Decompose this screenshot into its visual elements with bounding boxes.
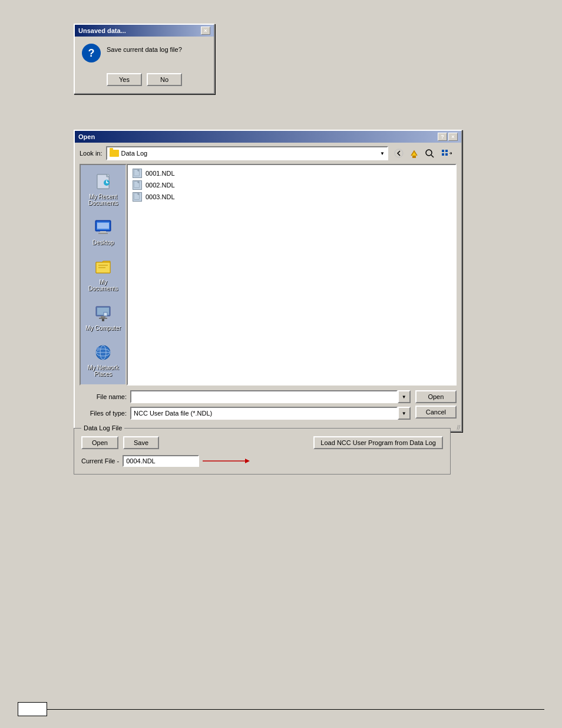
file-name-1: 0001.NDL: [146, 170, 175, 177]
filename-combo-arrow[interactable]: ▼: [398, 390, 411, 403]
sidebar-item-mydocs[interactable]: My Documents: [83, 255, 123, 294]
datalog-panel: Data Log File Open Save Load NCC User Pr…: [74, 424, 451, 475]
unsaved-dialog-buttons: Yes No: [75, 70, 214, 93]
filetype-row: Files of type: NCC User Data file (*.NDL…: [80, 407, 411, 420]
open-dialog: Open ? × Look in: Data Log ▼: [74, 130, 462, 432]
file-name-3: 0003.NDL: [146, 193, 175, 200]
arrow-line: [203, 457, 250, 465]
mycomp-icon: [94, 304, 113, 322]
page-line: [47, 709, 544, 710]
open-toolbar: Look in: Data Log ▼: [75, 143, 461, 164]
filetype-label: Files of type:: [80, 410, 127, 417]
svg-rect-13: [98, 233, 108, 234]
svg-rect-21: [102, 319, 104, 321]
toolbar-buttons: [392, 146, 457, 160]
filename-label: File name:: [80, 393, 127, 400]
open-dialog-help[interactable]: ?: [438, 133, 447, 141]
svg-rect-14: [97, 223, 109, 229]
sidebar-label-mycomp: My Computer: [85, 325, 121, 331]
sidebar-label-recent: My Recent Documents: [85, 193, 121, 206]
file-item-3[interactable]: 0003.NDL: [130, 191, 453, 203]
views-button[interactable]: [438, 146, 457, 160]
look-in-label: Look in:: [80, 150, 103, 157]
panel-load-button[interactable]: Load NCC User Program from Data Log: [313, 436, 443, 449]
recent-icon: [94, 172, 113, 191]
panel-save-button[interactable]: Save: [123, 436, 159, 449]
combo-arrow-icon: ▼: [380, 151, 385, 156]
mydocs-icon: [94, 258, 113, 276]
svg-point-0: [395, 149, 403, 157]
sidebar-item-mycomp[interactable]: My Computer: [83, 301, 123, 334]
open-bottom-area: File name: ▼ Files of type: NCC User Dat…: [75, 386, 461, 424]
svg-rect-4: [442, 150, 444, 152]
unsaved-dialog-close[interactable]: ×: [201, 27, 210, 35]
svg-rect-12: [100, 231, 106, 233]
svg-marker-32: [245, 459, 250, 463]
up-button[interactable]: [407, 146, 421, 160]
panel-legend: Data Log File: [81, 424, 124, 431]
filetype-combo-arrow[interactable]: ▼: [398, 407, 411, 420]
sidebar-item-network[interactable]: My Network Places: [83, 341, 123, 380]
current-label: Current File -: [81, 457, 119, 465]
svg-rect-5: [445, 150, 448, 152]
back-button[interactable]: [392, 146, 406, 160]
filename-input[interactable]: [130, 390, 398, 403]
panel-buttons-row: Open Save Load NCC User Program from Dat…: [81, 436, 443, 449]
desktop-icon: [94, 218, 113, 237]
svg-rect-1: [412, 156, 416, 158]
look-in-combo[interactable]: Data Log ▼: [106, 146, 388, 160]
look-in-value: Data Log: [121, 150, 378, 157]
open-dialog-titlebar: Open ? ×: [75, 131, 461, 143]
folder-icon: [110, 150, 119, 157]
file-list-area: 0001.NDL 0002.NDL 0003.NDL: [127, 164, 457, 386]
unsaved-dialog-title: Unsaved data...: [78, 27, 126, 34]
unsaved-dialog-body: ? Save current data log file?: [75, 37, 214, 70]
svg-rect-7: [445, 153, 448, 156]
sidebar-label-desktop: Desktop: [92, 239, 114, 246]
file-icon-1: [133, 169, 142, 178]
unsaved-dialog-titlebar: Unsaved data... ×: [75, 25, 214, 37]
network-icon: [94, 343, 113, 362]
sidebar-label-mydocs: My Documents: [85, 279, 121, 292]
yes-button[interactable]: Yes: [107, 73, 142, 86]
file-name-2: 0002.NDL: [146, 182, 175, 189]
panel-current-row: Current File -: [81, 455, 443, 467]
question-icon: ?: [82, 44, 101, 62]
file-icon-3: [133, 192, 142, 202]
unsaved-dialog: Unsaved data... × ? Save current data lo…: [74, 24, 215, 94]
sidebar-item-recent[interactable]: My Recent Documents: [83, 170, 123, 209]
svg-rect-15: [98, 265, 108, 266]
arrow-indicator: [203, 457, 250, 465]
unsaved-dialog-message: Save current data log file?: [107, 44, 182, 53]
open-dialog-title: Open: [78, 133, 95, 140]
search-button[interactable]: [422, 146, 437, 160]
filename-input-container: ▼: [130, 390, 411, 403]
file-icon-2: [133, 180, 142, 190]
open-dialog-close[interactable]: ×: [448, 133, 458, 141]
open-action-buttons: Open Cancel: [415, 390, 457, 420]
svg-point-27: [97, 347, 100, 351]
filetype-combo-container: NCC User Data file (*.NDL) ▼: [130, 407, 411, 420]
panel-open-button[interactable]: Open: [81, 436, 118, 449]
filename-row: File name: ▼: [80, 390, 411, 403]
file-item-2[interactable]: 0002.NDL: [130, 179, 453, 191]
sidebar-item-desktop[interactable]: Desktop: [83, 216, 123, 248]
sidebar-label-network: My Network Places: [85, 364, 121, 377]
open-button[interactable]: Open: [415, 390, 457, 403]
svg-rect-22: [104, 312, 107, 316]
svg-point-2: [426, 150, 432, 156]
open-fields: File name: ▼ Files of type: NCC User Dat…: [80, 390, 411, 420]
open-main-area: My Recent Documents Desktop: [80, 164, 457, 386]
open-sidebar: My Recent Documents Desktop: [80, 164, 127, 386]
filetype-combo[interactable]: NCC User Data file (*.NDL): [130, 407, 398, 420]
no-button[interactable]: No: [147, 73, 182, 86]
svg-line-3: [431, 155, 434, 157]
cancel-button[interactable]: Cancel: [415, 406, 457, 419]
file-item-1[interactable]: 0001.NDL: [130, 167, 453, 179]
current-file-input[interactable]: [123, 455, 199, 467]
page-box: [18, 702, 47, 716]
svg-rect-6: [442, 153, 444, 156]
svg-rect-20: [99, 318, 107, 319]
svg-rect-16: [98, 267, 105, 268]
filetype-value: NCC User Data file (*.NDL): [134, 410, 212, 417]
